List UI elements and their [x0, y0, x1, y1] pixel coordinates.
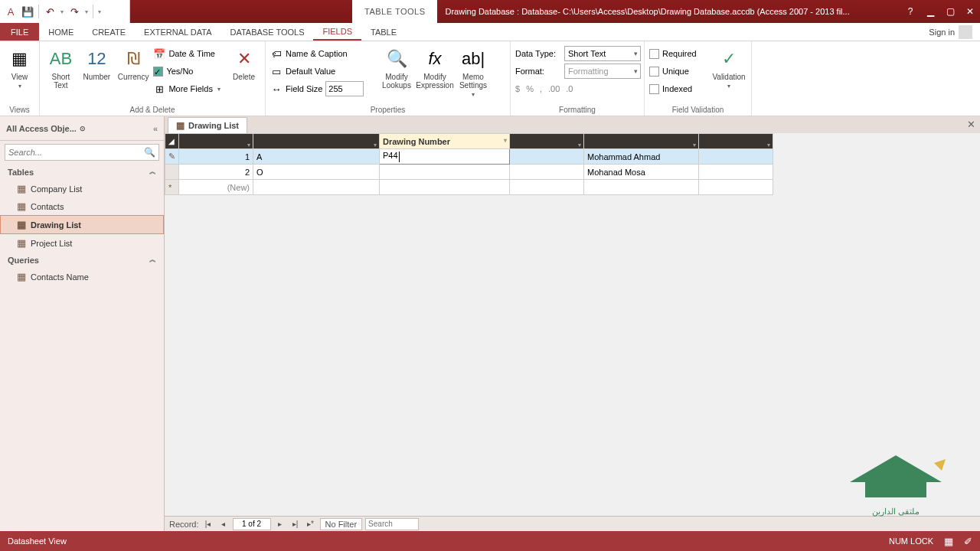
column-header-drawing-number[interactable]: Drawing Number▾: [380, 134, 510, 149]
date-time-button[interactable]: 📅Date & Time: [153, 45, 224, 62]
table-row-new[interactable]: * (New): [165, 180, 773, 195]
more-fields-icon: ⊞: [153, 83, 165, 95]
currency-button[interactable]: ₪Currency: [116, 45, 151, 83]
save-icon[interactable]: 💾: [21, 5, 34, 18]
decrease-decimals-icon[interactable]: .0: [566, 84, 573, 93]
nav-header[interactable]: All Access Obje...⊙«: [0, 116, 164, 141]
column-header[interactable]: ▾: [699, 134, 773, 149]
tab-table[interactable]: TABLE: [361, 23, 406, 41]
cell[interactable]: [699, 180, 773, 195]
unique-checkbox[interactable]: Unique: [649, 63, 708, 80]
redo-icon[interactable]: ↷: [68, 5, 80, 18]
data-type-combo[interactable]: Short Text: [564, 46, 641, 61]
memo-settings-button[interactable]: ab|Memo Settings▾: [456, 45, 491, 99]
tab-database-tools[interactable]: DATABASE TOOLS: [220, 23, 313, 41]
nav-item-project-list[interactable]: ▦Project List: [0, 234, 164, 252]
row-selector-new[interactable]: *: [165, 180, 179, 195]
nav-collapse-icon[interactable]: «: [153, 124, 158, 133]
cell[interactable]: [510, 149, 584, 165]
cell[interactable]: [380, 165, 510, 180]
number-button[interactable]: 12Number: [80, 45, 113, 83]
first-record-button[interactable]: |◂: [202, 520, 214, 528]
nav-search[interactable]: 🔍: [5, 144, 159, 161]
prev-record-button[interactable]: ◂: [217, 520, 230, 528]
doc-close-button[interactable]: ✕: [967, 119, 975, 130]
cell-editing[interactable]: P44: [380, 149, 510, 165]
cell[interactable]: A: [253, 149, 380, 165]
cell[interactable]: O: [253, 165, 380, 180]
validation-button[interactable]: ✓Validation▾: [711, 45, 746, 91]
field-size-icon: ↔: [270, 83, 283, 95]
more-fields-button[interactable]: ⊞More Fields▾: [153, 80, 224, 97]
no-filter-label[interactable]: No Filter: [320, 518, 363, 530]
comma-format-icon[interactable]: ,: [540, 84, 542, 93]
modify-lookups-button[interactable]: 🔍Modify Lookups: [379, 45, 414, 91]
select-all-cell[interactable]: ◢: [165, 134, 179, 149]
default-value-button[interactable]: ▭Default Value: [270, 63, 376, 80]
tab-file[interactable]: FILE: [0, 23, 39, 41]
nav-item-contacts[interactable]: ▦Contacts: [0, 197, 164, 215]
tab-create[interactable]: CREATE: [83, 23, 135, 41]
modify-expression-button[interactable]: fxModify Expression: [417, 45, 452, 91]
next-record-button[interactable]: ▸: [274, 520, 286, 528]
tab-home[interactable]: HOME: [39, 23, 83, 41]
column-header[interactable]: ▾: [253, 134, 380, 149]
row-selector[interactable]: [165, 165, 179, 180]
numlock-label: NUM LOCK: [889, 536, 933, 546]
search-icon[interactable]: 🔍: [144, 147, 155, 158]
record-search-input[interactable]: [365, 518, 419, 530]
minimize-button[interactable]: ▁: [920, 0, 940, 23]
delete-button[interactable]: ✕Delete: [227, 45, 260, 83]
row-selector-editing[interactable]: ✎: [165, 149, 179, 165]
column-header[interactable]: ▾: [584, 134, 699, 149]
short-text-button[interactable]: ABShort Text: [44, 45, 77, 91]
cell-new[interactable]: (New): [179, 180, 253, 195]
sign-in-link[interactable]: Sign in: [921, 23, 980, 41]
cell[interactable]: [510, 180, 584, 195]
cell[interactable]: Mohammad Ahmad: [584, 149, 699, 165]
nav-item-drawing-list[interactable]: ▦Drawing List: [0, 215, 164, 234]
cell[interactable]: [584, 180, 699, 195]
maximize-button[interactable]: ▢: [940, 0, 960, 23]
format-combo[interactable]: Formatting: [564, 64, 641, 79]
cell[interactable]: 2: [179, 165, 253, 180]
datasheet-view-icon[interactable]: ▦: [944, 536, 953, 547]
last-record-button[interactable]: ▸|: [289, 520, 302, 528]
column-header[interactable]: ▾: [510, 134, 584, 149]
column-header[interactable]: ▾: [179, 134, 253, 149]
cell[interactable]: [699, 149, 773, 165]
cell[interactable]: [380, 180, 510, 195]
currency-format-icon[interactable]: $: [515, 84, 520, 93]
view-button[interactable]: ▦ View ▾: [5, 45, 34, 91]
record-position-input[interactable]: [233, 518, 271, 530]
qat-customize-icon[interactable]: ▾: [98, 8, 101, 15]
cell[interactable]: [510, 165, 584, 180]
table-row[interactable]: 2 O Mohanad Mosa: [165, 165, 773, 180]
percent-format-icon[interactable]: %: [526, 84, 534, 93]
tab-external-data[interactable]: EXTERNAL DATA: [135, 23, 220, 41]
cell[interactable]: Mohanad Mosa: [584, 165, 699, 180]
nav-category-tables[interactable]: Tables︽: [0, 164, 164, 180]
field-size-input[interactable]: [325, 81, 364, 96]
required-checkbox[interactable]: Required: [649, 45, 708, 62]
collapse-icon[interactable]: ︽: [149, 167, 156, 177]
nav-category-queries[interactable]: Queries︽: [0, 252, 164, 268]
new-record-button[interactable]: ▸*: [305, 520, 317, 528]
cell[interactable]: 1: [179, 149, 253, 165]
yes-no-button[interactable]: ✓Yes/No: [153, 63, 224, 80]
increase-decimals-icon[interactable]: .00: [548, 84, 560, 93]
close-button[interactable]: ✕: [960, 0, 980, 23]
tab-fields[interactable]: FIELDS: [313, 23, 361, 41]
name-caption-button[interactable]: 🏷Name & Caption: [270, 45, 376, 62]
indexed-checkbox[interactable]: Indexed: [649, 80, 708, 97]
nav-item-company-list[interactable]: ▦Company List: [0, 180, 164, 197]
collapse-icon[interactable]: ︽: [149, 255, 156, 265]
cell[interactable]: [699, 165, 773, 180]
doc-tab-drawing-list[interactable]: ▦Drawing List: [168, 117, 247, 133]
design-view-icon[interactable]: ✐: [964, 536, 972, 547]
undo-icon[interactable]: ↶: [44, 5, 56, 18]
nav-item-contacts-name[interactable]: ▦Contacts Name: [0, 268, 164, 285]
cell[interactable]: [253, 180, 380, 195]
help-button[interactable]: ?: [900, 0, 920, 23]
table-row[interactable]: ✎ 1 A P44 Mohammad Ahmad: [165, 149, 773, 165]
